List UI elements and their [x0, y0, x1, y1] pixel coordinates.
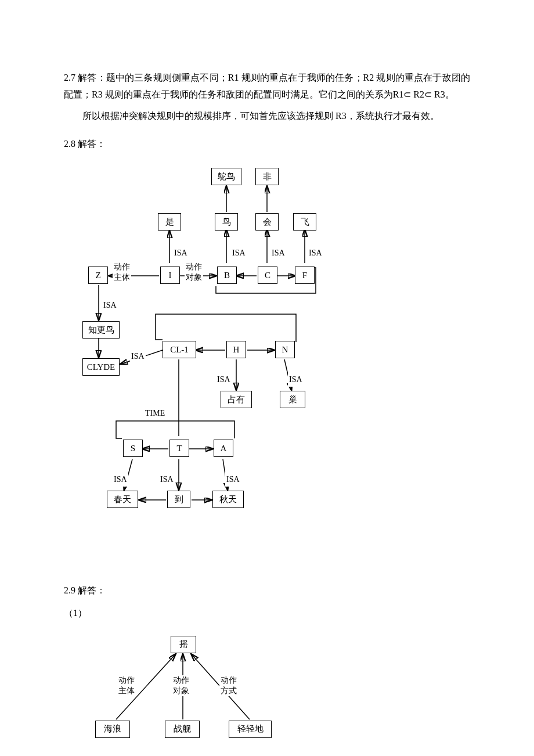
section-27-text: 2.7 解答：题中的三条规则侧重点不同；R1 规则的重点在于我师的任务；R2 规…	[64, 70, 470, 103]
section-28-label: 2.8 解答：	[64, 136, 470, 153]
edge-isa-11: ISA	[225, 472, 241, 487]
node-cl1: CL-1	[163, 341, 196, 358]
node-B: B	[217, 267, 237, 284]
edge-isa-10: ISA	[159, 472, 175, 487]
diagram-29-1: 摇 海浪 战舰 轻轻地 动作 主体 动作 对象 动作 方式	[87, 633, 308, 750]
node-fei-neg: 非	[255, 168, 279, 185]
node-H: H	[226, 341, 246, 358]
section-29-sub1: （1）	[64, 605, 470, 622]
node-niao: 鸟	[215, 213, 238, 231]
node-qiutian: 秋天	[212, 491, 244, 508]
edge-dongzuo-zhuti: 动作 主体	[113, 262, 131, 283]
edge-29-duixiang: 动作 对象	[172, 675, 190, 696]
node-hailang: 海浪	[95, 721, 130, 738]
edge-isa-2: ISA	[231, 246, 247, 260]
edge-29-fangshi: 动作 方式	[219, 675, 238, 696]
edge-isa-3: ISA	[270, 246, 286, 260]
node-shi: 是	[158, 213, 181, 231]
node-zhanyou: 占有	[221, 391, 252, 408]
diagram-28: 鸵鸟 非 是 鸟 会 飞 Z I B C F 知更鸟 CLYDE CL-1 H …	[81, 164, 406, 571]
edge-isa-9: ISA	[113, 472, 128, 487]
edge-isa-8: ISA	[288, 372, 304, 387]
edge-isa-1: ISA	[173, 246, 189, 260]
node-F: F	[295, 267, 315, 284]
node-qingqing: 轻轻地	[229, 721, 272, 738]
section-29-label: 2.9 解答：	[64, 582, 470, 599]
edge-isa-7: ISA	[216, 372, 232, 387]
node-yao: 摇	[171, 636, 196, 653]
edge-dongzuo-duixiang: 动作 对象	[185, 262, 203, 283]
edge-isa-4: ISA	[308, 246, 323, 260]
node-S: S	[123, 440, 143, 457]
node-N: N	[275, 341, 295, 358]
edge-time: TIME	[144, 406, 166, 420]
node-dao: 到	[167, 491, 190, 508]
edge-29-zhuti: 动作 主体	[117, 675, 136, 696]
node-A: A	[214, 440, 233, 457]
node-T: T	[169, 440, 189, 457]
node-I: I	[160, 267, 180, 284]
node-chao: 巢	[280, 391, 305, 408]
node-clyde: CLYDE	[82, 358, 120, 376]
section-27-text2: 所以根据冲突解决规则中的规模排序，可知首先应该选择规则 R3，系统执行才最有效。	[64, 108, 470, 125]
node-zhigengniao: 知更鸟	[82, 321, 120, 339]
node-chuntian: 春天	[107, 491, 138, 508]
node-fei: 飞	[293, 213, 316, 231]
node-C: C	[258, 267, 277, 284]
edge-isa-5: ISA	[102, 298, 118, 312]
node-hui: 会	[255, 213, 279, 231]
node-Z: Z	[88, 267, 108, 284]
node-zhanjian: 战舰	[165, 721, 200, 738]
node-tuoniao: 鸵鸟	[211, 168, 241, 185]
edge-isa-6: ISA	[130, 349, 146, 363]
